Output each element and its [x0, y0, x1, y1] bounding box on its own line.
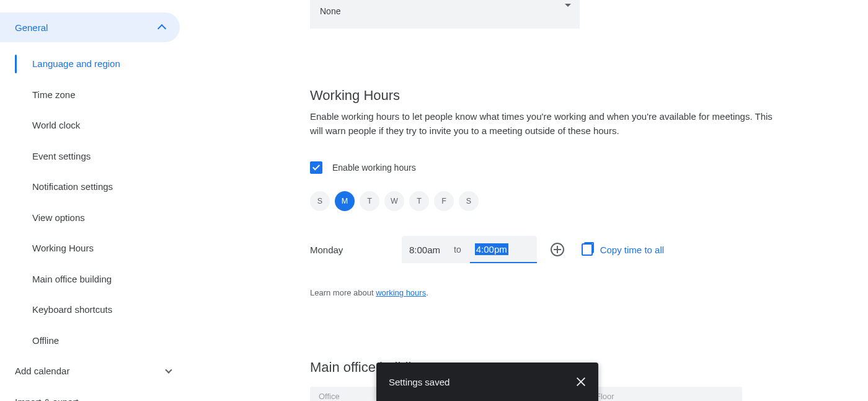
to-label: to [445, 245, 470, 255]
enable-working-hours-row: Enable working hours [310, 161, 831, 174]
sidebar-item-label: Time zone [32, 89, 75, 100]
days-row: S M T W T F S [310, 191, 831, 211]
start-time-input[interactable]: 8:00am [402, 245, 445, 255]
end-time-value: 4:00pm [475, 243, 508, 255]
sidebar-item-label: Event settings [32, 151, 91, 161]
checkmark-icon [312, 163, 320, 170]
toast-message: Settings saved [389, 377, 450, 387]
floor-dropdown-label: Floor [596, 392, 733, 401]
sidebar-item-label: Notification settings [32, 181, 113, 192]
enable-working-hours-label: Enable working hours [332, 163, 416, 173]
day-chip-thu[interactable]: T [409, 191, 429, 211]
copy-time-to-all-button[interactable]: Copy time to all [582, 243, 664, 256]
sidebar-section-add-calendar[interactable]: Add calendar [0, 356, 186, 387]
day-chip-wed[interactable]: W [384, 191, 404, 211]
sidebar-item-language-region[interactable]: Language and region [0, 48, 186, 79]
sidebar-section-import-export[interactable]: Import & export [0, 387, 186, 402]
sidebar-item-label: Keyboard shortcuts [32, 304, 112, 315]
sidebar-section-label: Import & export [15, 397, 79, 401]
learn-more-suffix: . [426, 288, 428, 297]
top-dropdown[interactable]: None [310, 0, 580, 29]
toast-notification: Settings saved [376, 363, 598, 401]
settings-sidebar: General Language and region Time zone Wo… [0, 0, 186, 401]
sidebar-subsections: Language and region Time zone World cloc… [0, 48, 186, 356]
sidebar-item-main-office-building[interactable]: Main office building [0, 264, 186, 295]
sidebar-item-event-settings[interactable]: Event settings [0, 141, 186, 172]
sidebar-item-offline[interactable]: Offline [0, 325, 186, 356]
working-hours-desc: Enable working hours to let people know … [310, 110, 781, 138]
copy-time-label: Copy time to all [600, 245, 664, 255]
learn-more-text: Learn more about working hours. [310, 288, 831, 297]
copy-icon [582, 243, 593, 256]
sidebar-item-label: Language and region [32, 58, 120, 69]
sidebar-item-label: Working Hours [32, 243, 94, 253]
time-row: Monday 8:00am to 4:00pm Copy time to all [310, 236, 831, 263]
working-hours-link[interactable]: working hours [376, 288, 426, 297]
sidebar-item-notification-settings[interactable]: Notification settings [0, 171, 186, 202]
sidebar-section-label: Add calendar [15, 366, 69, 376]
sidebar-item-label: Main office building [32, 274, 112, 284]
sidebar-item-label: Offline [32, 335, 59, 346]
day-chip-tue[interactable]: T [360, 191, 379, 211]
sidebar-item-label: World clock [32, 120, 80, 130]
sidebar-item-label: View options [32, 212, 85, 223]
sidebar-item-working-hours[interactable]: Working Hours [0, 233, 186, 264]
day-chip-sat[interactable]: S [459, 191, 479, 211]
day-chip-sun[interactable]: S [310, 191, 330, 211]
sidebar-section-general[interactable]: General [0, 12, 180, 42]
chevron-down-icon [165, 367, 172, 374]
learn-more-prefix: Learn more about [310, 288, 376, 297]
sidebar-section-general-label: General [15, 22, 48, 33]
floor-dropdown[interactable]: Floor [587, 387, 742, 401]
time-range-box: 8:00am to 4:00pm [402, 236, 537, 263]
toast-close-button[interactable] [576, 377, 586, 387]
enable-working-hours-checkbox[interactable] [310, 161, 322, 174]
add-time-range-button[interactable] [551, 243, 564, 256]
top-dropdown-value: None [320, 6, 340, 16]
day-chip-mon[interactable]: M [335, 191, 355, 211]
settings-main: None Working Hours Enable working hours … [186, 0, 868, 401]
chevron-up-icon [157, 24, 166, 33]
working-hours-title: Working Hours [310, 88, 831, 104]
day-chip-fri[interactable]: F [434, 191, 454, 211]
sidebar-item-keyboard-shortcuts[interactable]: Keyboard shortcuts [0, 294, 186, 325]
dropdown-arrow-icon [565, 4, 571, 7]
current-day-label: Monday [310, 245, 402, 255]
end-time-input[interactable]: 4:00pm [470, 236, 537, 263]
sidebar-item-view-options[interactable]: View options [0, 202, 186, 233]
sidebar-item-time-zone[interactable]: Time zone [0, 79, 186, 110]
sidebar-item-world-clock[interactable]: World clock [0, 110, 186, 141]
